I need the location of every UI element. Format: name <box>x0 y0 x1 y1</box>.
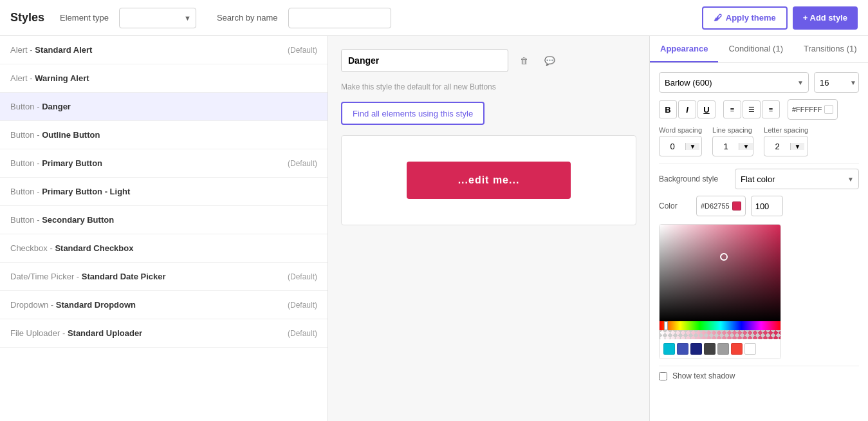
swatch-dark-blue[interactable] <box>690 343 702 355</box>
text-color-swatch <box>824 105 833 114</box>
divider-2 <box>659 366 859 366</box>
color-swatches <box>660 339 780 359</box>
show-text-shadow-row: Show text shadow <box>659 371 859 380</box>
search-input[interactable] <box>288 8 391 28</box>
sidebar-item-outline-button[interactable]: Button - Outline Button <box>0 121 328 149</box>
sidebar-item-standard-uploader[interactable]: File Uploader - Standard Uploader (Defau… <box>0 319 328 348</box>
preview-danger-button[interactable]: ...edit me... <box>407 162 571 199</box>
color-opacity-input[interactable] <box>751 196 783 216</box>
element-type-select-wrapper: ▼ <box>119 8 196 28</box>
style-name-input[interactable] <box>341 49 508 72</box>
hue-slider <box>664 321 668 330</box>
sidebar-item-danger[interactable]: Button - Danger <box>0 93 328 121</box>
sidebar-item-standard-checkbox[interactable]: Checkbox - Standard Checkbox <box>0 234 328 263</box>
align-center-button[interactable]: ☰ <box>743 100 761 118</box>
color-gradient[interactable] <box>660 225 781 321</box>
letter-spacing-label: Letter spacing <box>764 126 808 134</box>
hue-bar[interactable] <box>660 321 781 330</box>
delete-icon-button[interactable]: 🗑 <box>513 50 534 71</box>
trash-icon: 🗑 <box>520 56 528 66</box>
sidebar-item-standard-dropdown[interactable]: Dropdown - Standard Dropdown (Default) <box>0 291 328 319</box>
line-spacing-input[interactable] <box>713 142 739 151</box>
app-header: Styles Element type ▼ Search by name 🖌 A… <box>0 0 868 36</box>
search-label: Search by name <box>217 13 278 23</box>
font-family-select[interactable]: Barlow (600) <box>659 72 809 93</box>
find-elements-button[interactable]: Find all elements using this style <box>341 102 485 125</box>
bg-style-select-wrapper: Flat color ▼ <box>735 169 859 189</box>
bg-style-row: Background style Flat color ▼ <box>659 169 859 189</box>
bg-style-label: Background style <box>659 174 730 183</box>
swatch-indigo[interactable] <box>677 343 688 355</box>
word-spacing-arrow[interactable]: ▼ <box>685 143 699 150</box>
tab-transitions[interactable]: Transitions (1) <box>793 36 867 62</box>
element-type-select[interactable] <box>119 8 196 28</box>
sidebar-item-primary-button[interactable]: Button - Primary Button (Default) <box>0 149 328 178</box>
brush-icon: 🖌 <box>714 13 722 23</box>
add-style-label: + Add style <box>803 13 847 23</box>
sidebar-item-primary-button-light[interactable]: Button - Primary Button - Light <box>0 178 328 206</box>
bg-style-select[interactable]: Flat color <box>735 169 859 189</box>
color-hex-value: #D62755 <box>701 202 730 210</box>
color-hex-box[interactable]: #D62755 <box>696 196 746 216</box>
comment-icon: 💬 <box>544 56 555 66</box>
alpha-bar[interactable] <box>660 330 781 339</box>
text-color-box[interactable]: #FFFFFF <box>788 99 838 120</box>
letter-spacing-group: Letter spacing ▼ <box>764 126 808 156</box>
tab-conditional[interactable]: Conditional (1) <box>718 36 793 62</box>
color-hex-swatch <box>732 201 741 210</box>
element-type-label: Element type <box>60 13 109 23</box>
letter-spacing-input[interactable] <box>764 142 790 151</box>
swatch-gray[interactable] <box>717 343 729 355</box>
sidebar-item-secondary-button[interactable]: Button - Secondary Button <box>0 206 328 234</box>
word-spacing-label: Word spacing <box>659 126 702 134</box>
align-left-button[interactable]: ≡ <box>723 100 741 118</box>
font-family-wrapper: Barlow (600) ▼ <box>659 72 809 93</box>
word-spacing-control: ▼ <box>659 136 702 156</box>
line-spacing-arrow[interactable]: ▼ <box>739 143 753 150</box>
color-label: Color <box>659 201 691 210</box>
bold-button[interactable]: B <box>659 100 677 118</box>
default-checkbox-row: Make this style the default for all new … <box>341 82 636 91</box>
font-size-wrapper: ▼ <box>814 72 859 93</box>
format-buttons: B I U <box>659 100 716 118</box>
app-title: Styles <box>10 11 44 24</box>
comment-icon-button[interactable]: 💬 <box>539 50 560 71</box>
line-spacing-label: Line spacing <box>712 126 753 134</box>
swatch-cyan[interactable] <box>663 343 675 355</box>
main-layout: Alert - Standard Alert (Default) Alert -… <box>0 36 868 421</box>
sidebar-item-standard-date-picker[interactable]: Date/Time Picker - Standard Date Picker … <box>0 263 328 291</box>
word-spacing-input[interactable] <box>660 142 685 151</box>
sidebar: Alert - Standard Alert (Default) Alert -… <box>0 36 328 421</box>
apply-theme-label: Apply theme <box>726 13 776 23</box>
font-size-input[interactable] <box>814 72 859 93</box>
sidebar-item-standard-alert[interactable]: Alert - Standard Alert (Default) <box>0 36 328 64</box>
show-text-shadow-checkbox[interactable] <box>659 372 667 380</box>
tab-appearance[interactable]: Appearance <box>650 36 718 62</box>
letter-spacing-arrow[interactable]: ▼ <box>790 143 804 150</box>
underline-button[interactable]: U <box>697 100 716 118</box>
swatch-white[interactable] <box>744 343 756 355</box>
add-style-button[interactable]: + Add style <box>793 6 858 30</box>
center-panel: 🗑 💬 Make this style the default for all … <box>328 36 649 421</box>
format-color-row: B I U ≡ ☰ ≡ #FFFFFF <box>659 99 859 120</box>
default-label: Make this style the default for all new … <box>341 82 496 91</box>
line-spacing-group: Line spacing ▼ <box>712 126 753 156</box>
word-spacing-group: Word spacing ▼ <box>659 126 702 156</box>
swatch-dark-gray[interactable] <box>704 343 716 355</box>
show-text-shadow-label: Show text shadow <box>672 371 735 380</box>
header-actions: 🖌 Apply theme + Add style <box>702 6 858 30</box>
line-spacing-control: ▼ <box>712 136 753 156</box>
color-row: Color #D62755 <box>659 196 859 216</box>
swatch-red[interactable] <box>731 343 743 355</box>
apply-theme-button[interactable]: 🖌 Apply theme <box>702 6 788 30</box>
italic-button[interactable]: I <box>678 100 696 118</box>
divider-1 <box>659 163 859 164</box>
color-picker-handle <box>720 253 728 261</box>
sidebar-item-warning-alert[interactable]: Alert - Warning Alert <box>0 64 328 93</box>
color-picker <box>659 224 781 359</box>
align-buttons: ≡ ☰ ≡ <box>723 100 780 118</box>
panel-body: Barlow (600) ▼ ▼ B I U ≡ ☰ <box>650 63 868 395</box>
align-right-button[interactable]: ≡ <box>762 100 780 118</box>
font-row: Barlow (600) ▼ ▼ <box>659 72 859 93</box>
right-panel: Appearance Conditional (1) Transitions (… <box>649 36 868 421</box>
